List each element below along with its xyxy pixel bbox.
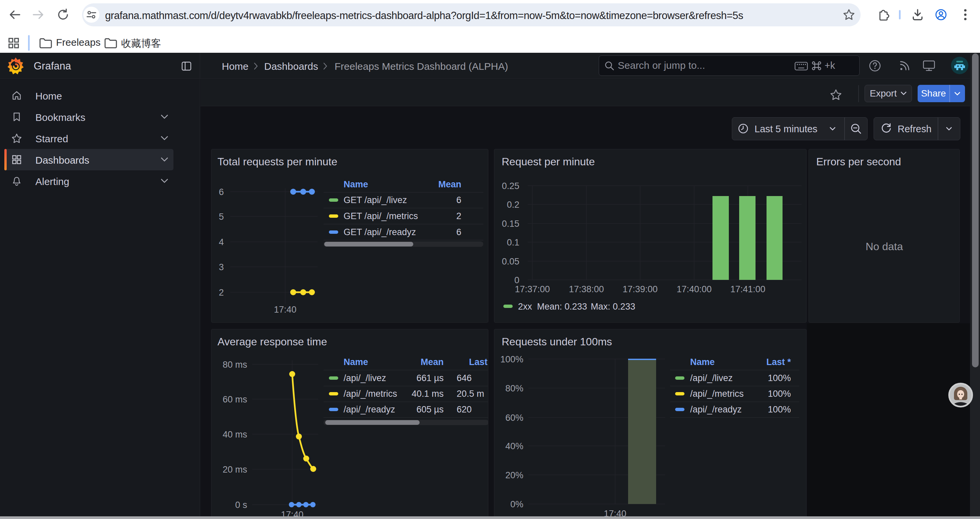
svg-text:Name: Name (690, 357, 715, 367)
svg-text:/api/_/readyz: /api/_/readyz (690, 404, 742, 414)
svg-text:Request per minute: Request per minute (502, 156, 595, 168)
svg-text:0: 0 (514, 275, 519, 285)
svg-text:Last *: Last * (469, 357, 488, 367)
svg-text:60%: 60% (505, 413, 523, 423)
svg-text:6: 6 (456, 195, 461, 205)
svg-text:0.1: 0.1 (507, 238, 519, 248)
svg-text:Name: Name (344, 357, 368, 367)
svg-text:0.25: 0.25 (502, 181, 519, 191)
svg-text:17:40: 17:40 (274, 305, 296, 315)
svg-text:646: 646 (457, 373, 472, 383)
svg-text:Total requests per minute: Total requests per minute (218, 156, 337, 168)
svg-text:/api/_/livez: /api/_/livez (690, 373, 733, 383)
svg-text:620: 620 (457, 404, 472, 414)
svg-text:Last *: Last * (766, 357, 791, 367)
svg-text:0 s: 0 s (235, 500, 247, 510)
svg-text:60 ms: 60 ms (223, 394, 247, 404)
svg-text:3: 3 (219, 262, 224, 272)
svg-text:0%: 0% (510, 499, 523, 509)
svg-text:/api/_/readyz: /api/_/readyz (344, 404, 395, 414)
svg-text:100%: 100% (768, 373, 791, 383)
svg-text:6: 6 (219, 187, 224, 197)
svg-text:17:38:00: 17:38:00 (569, 284, 604, 294)
svg-text:20%: 20% (505, 470, 523, 480)
svg-text:Max: 0.233: Max: 0.233 (591, 302, 635, 311)
svg-text:0.05: 0.05 (502, 257, 519, 267)
svg-text:17:39:00: 17:39:00 (622, 284, 657, 294)
svg-text:20.5 m: 20.5 m (457, 389, 484, 399)
svg-text:0.15: 0.15 (502, 219, 519, 229)
svg-text:100%: 100% (768, 404, 791, 414)
svg-text:GET /api/_/livez: GET /api/_/livez (344, 195, 407, 205)
svg-text:0.2: 0.2 (507, 200, 519, 210)
svg-text:Errors per second: Errors per second (816, 156, 901, 168)
svg-text:40%: 40% (505, 441, 523, 451)
svg-text:40 ms: 40 ms (223, 430, 247, 439)
svg-text:2xx: 2xx (518, 302, 532, 311)
svg-text:GET /api/_/metrics: GET /api/_/metrics (344, 211, 418, 221)
svg-text:/api/_/metrics: /api/_/metrics (690, 389, 744, 399)
svg-text:4: 4 (219, 237, 224, 247)
svg-text:80 ms: 80 ms (223, 360, 247, 370)
svg-text:17:41:00: 17:41:00 (730, 284, 765, 294)
svg-text:100%: 100% (768, 389, 791, 399)
svg-text:17:40:00: 17:40:00 (676, 284, 711, 294)
svg-text:661 µs: 661 µs (416, 373, 444, 383)
svg-text:Name: Name (344, 179, 368, 189)
svg-text:6: 6 (456, 227, 461, 237)
svg-text:/api/_/metrics: /api/_/metrics (344, 389, 397, 399)
svg-text:2: 2 (456, 211, 461, 221)
svg-text:605 µs: 605 µs (416, 404, 444, 414)
svg-text:2: 2 (219, 287, 224, 297)
svg-text:/api/_/livez: /api/_/livez (344, 373, 386, 383)
svg-text:Mean: Mean (421, 357, 444, 367)
svg-text:Mean: 0.233: Mean: 0.233 (537, 302, 587, 311)
svg-text:100%: 100% (500, 355, 523, 364)
svg-text:Average response time: Average response time (218, 335, 327, 348)
svg-text:Requests under 100ms: Requests under 100ms (502, 335, 612, 348)
svg-text:40.1 ms: 40.1 ms (412, 389, 444, 399)
svg-text:80%: 80% (505, 383, 523, 393)
svg-text:Mean: Mean (438, 179, 461, 189)
svg-text:GET /api/_/readyz: GET /api/_/readyz (344, 227, 416, 237)
svg-text:20 ms: 20 ms (223, 465, 247, 474)
svg-text:5: 5 (219, 212, 224, 222)
svg-text:No data: No data (865, 241, 903, 252)
svg-text:17:37:00: 17:37:00 (515, 284, 550, 294)
